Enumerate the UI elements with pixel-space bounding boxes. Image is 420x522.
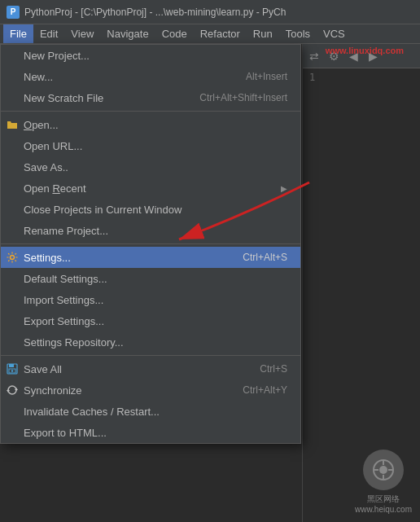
- svg-point-4: [11, 370, 13, 371]
- menu-item-rename-project[interactable]: Rename Project...: [1, 220, 300, 241]
- menu-file[interactable]: File: [3, 24, 33, 43]
- watermark-url: www.heiqu.com: [355, 505, 412, 514]
- toolbar-btn-1[interactable]: ⇄: [306, 48, 322, 64]
- separator-2: [1, 243, 300, 244]
- menu-navigate[interactable]: Navigate: [100, 24, 155, 43]
- menu-item-import-settings[interactable]: Import Settings...: [1, 289, 300, 310]
- separator-1: [1, 111, 300, 112]
- menu-edit[interactable]: Edit: [33, 24, 64, 43]
- menu-item-settings-repository[interactable]: Settings Repository...: [1, 331, 300, 353]
- menu-item-export-html[interactable]: Export to HTML...: [1, 422, 300, 443]
- menu-item-new-project[interactable]: New Project...: [1, 45, 300, 66]
- separator-3: [1, 355, 300, 356]
- menu-item-save-as[interactable]: Save As..: [1, 156, 300, 178]
- menu-item-open-url[interactable]: Open URL...: [1, 135, 300, 156]
- file-dropdown-menu: New Project... New... Alt+Insert New Scr…: [0, 44, 301, 444]
- app-icon: P: [7, 6, 20, 19]
- menu-refactor[interactable]: Refactor: [194, 24, 247, 43]
- save-all-icon: [6, 362, 19, 375]
- menu-item-new-scratch-file[interactable]: New Scratch File Ctrl+Alt+Shift+Insert: [1, 87, 300, 108]
- menu-bar: File Edit View Navigate Code Refactor Ru…: [0, 24, 420, 44]
- submenu-arrow: ▶: [281, 184, 287, 193]
- watermark-circle: [363, 450, 404, 490]
- menu-item-open-recent[interactable]: Open Recent ▶: [1, 178, 300, 199]
- menu-item-settings[interactable]: Settings... Ctrl+Alt+S: [1, 247, 300, 268]
- menu-item-new[interactable]: New... Alt+Insert: [1, 66, 300, 87]
- folder-icon: [6, 118, 19, 131]
- sync-icon: [6, 384, 19, 397]
- watermark-top: www.linuxidq.com: [326, 46, 404, 55]
- menu-run[interactable]: Run: [247, 24, 279, 43]
- svg-point-0: [11, 256, 15, 260]
- menu-code[interactable]: Code: [155, 24, 194, 43]
- gear-settings-icon: [6, 251, 19, 264]
- window-title: PythonProj - [C:\PythonProj] - ...\web-m…: [24, 7, 413, 18]
- menu-item-export-settings[interactable]: Export Settings...: [1, 310, 300, 331]
- menu-item-save-all[interactable]: Save All Ctrl+S: [1, 358, 300, 379]
- watermark-bottom: 黑区网络 www.heiqu.com: [355, 450, 412, 514]
- menu-item-open[interactable]: Open...: [1, 114, 300, 135]
- svg-point-9: [379, 466, 387, 474]
- title-bar: P PythonProj - [C:\PythonProj] - ...\web…: [0, 0, 420, 24]
- menu-vcs[interactable]: VCS: [317, 24, 352, 43]
- svg-rect-2: [9, 364, 14, 367]
- main-area: New Project... New... Alt+Insert New Scr…: [0, 44, 420, 522]
- editor-line-numbers: 1: [303, 68, 420, 86]
- menu-item-invalidate-caches[interactable]: Invalidate Caches / Restart...: [1, 401, 300, 422]
- menu-item-close-projects[interactable]: Close Projects in Current Window: [1, 199, 300, 220]
- watermark-label: 黑区网络: [355, 493, 412, 505]
- menu-item-default-settings[interactable]: Default Settings...: [1, 268, 300, 289]
- menu-tools[interactable]: Tools: [279, 24, 317, 43]
- menu-item-synchronize[interactable]: Synchronize Ctrl+Alt+Y: [1, 379, 300, 401]
- menu-view[interactable]: View: [64, 24, 100, 43]
